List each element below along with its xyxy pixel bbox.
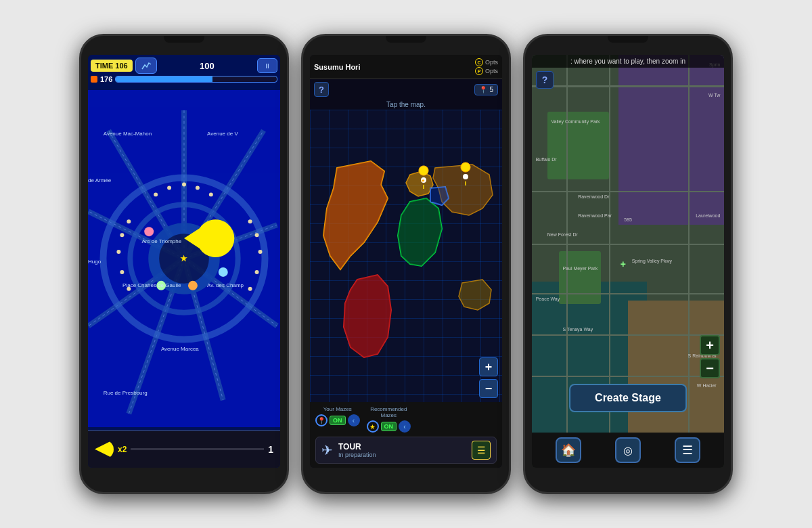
home-button[interactable]: 🏠 — [556, 437, 581, 463]
opts-1: Opts — [485, 59, 498, 66]
map-label-place: Place Charles de Gaulle — [122, 282, 181, 288]
help-button[interactable]: ? — [314, 82, 329, 97]
coin-c-icon: C — [475, 58, 483, 66]
coin-p-icon: P — [475, 67, 483, 75]
svg-point-29 — [255, 270, 259, 274]
game-screen: TIME 106 100 ⏸ 176 — [88, 55, 280, 468]
phone-3: + Sprin W Tw Valley Community Park Buffa… — [523, 34, 733, 494]
label-595: 595 — [624, 217, 632, 222]
menu-icon: ☰ — [682, 443, 693, 458]
paul-meyer-park — [559, 251, 601, 304]
map-label-avenue-v: Avenue de V — [207, 131, 238, 137]
stage-menu-button[interactable]: ☰ — [675, 437, 700, 463]
road-v3 — [688, 55, 690, 433]
pause-button[interactable]: ⏸ — [257, 58, 277, 73]
time-display: TIME 106 — [91, 60, 133, 72]
svg-text:★: ★ — [421, 178, 425, 183]
tour-text: TOUR In preparation — [338, 442, 466, 458]
label-peace-way: Peace Way — [536, 296, 560, 301]
bottom-separator — [131, 448, 264, 450]
label-w-tw: W Tw — [708, 93, 720, 97]
location-marker: + — [621, 259, 626, 269]
suburb-map: + Sprin W Tw Valley Community Park Buffa… — [532, 55, 724, 433]
svg-point-24 — [196, 185, 200, 190]
world-map-header: Susumu Hori C Opts P Opts — [310, 55, 502, 79]
label-laurelwood: Laurelwood — [696, 213, 720, 218]
coin-count: 176 — [100, 75, 112, 83]
svg-point-25 — [209, 192, 213, 196]
svg-point-31 — [127, 219, 131, 223]
pacman-life-icon — [95, 440, 114, 459]
svg-point-36 — [144, 227, 154, 236]
road-v1 — [566, 55, 568, 433]
stage-bottom-bar: 🏠 ◎ ☰ — [532, 433, 724, 468]
pac-button[interactable]: ◎ — [615, 437, 641, 463]
game-hud: TIME 106 100 ⏸ 176 — [88, 55, 280, 83]
recommended-arrow[interactable]: ‹ — [399, 420, 411, 433]
game-map[interactable]: ★ Avenue Mac-Mahon Avenue de V Arc de Tr… — [88, 90, 280, 427]
stage-creator-screen: + Sprin W Tw Valley Community Park Buffa… — [532, 55, 724, 468]
svg-point-23 — [182, 182, 186, 186]
coin-row-2: P Opts — [475, 67, 498, 75]
svg-text:★: ★ — [180, 254, 187, 263]
your-mazes-arrow[interactable]: ‹ — [348, 414, 360, 426]
map-label-marcea: Avenue Marcea — [161, 346, 199, 352]
location-icon: 📍 — [479, 86, 487, 93]
stage-help-button[interactable]: ? — [536, 71, 554, 89]
phone-2: Susumu Hori C Opts P Opts ? 📍 — [301, 34, 511, 494]
your-mazes-icon: 📍 — [315, 414, 328, 426]
your-mazes-toggle[interactable]: ON — [330, 416, 346, 425]
world-map-bottom: Your Mazes 📍 ON ‹ RecommendedMazes — [310, 402, 502, 468]
stage-number: 1 — [268, 444, 273, 455]
svg-point-34 — [120, 270, 124, 274]
label-ravenwood-dr: Ravenwood Dr — [578, 194, 609, 199]
label-spring-valley: Spring Valley Pkwy — [632, 259, 672, 263]
world-map-subheader: ? 📍 5 — [310, 79, 502, 100]
recommended-toggle[interactable]: ON — [381, 422, 397, 431]
stage-zoom-in[interactable]: + — [700, 335, 720, 355]
svg-point-28 — [258, 250, 263, 254]
road-h2 — [532, 191, 724, 192]
pac-icon: ◎ — [623, 444, 633, 457]
label-valley-park: Valley Community Park — [551, 119, 600, 124]
road-h4 — [532, 293, 724, 294]
svg-point-30 — [248, 287, 252, 291]
svg-point-37 — [219, 267, 228, 277]
coin-icon — [91, 76, 97, 83]
map-label-avenue-mac-mahon: Avenue Mac-Mahon — [104, 131, 152, 137]
coin-group: C Opts P Opts — [475, 58, 498, 75]
phone-notch-2 — [386, 36, 426, 43]
world-map-area[interactable]: ★ + − — [310, 110, 502, 402]
road-h1 — [532, 85, 724, 87]
label-hacier: W Hacier — [697, 383, 717, 388]
score-icon — [135, 58, 157, 74]
svg-point-26 — [248, 219, 252, 223]
username-display: Susumu Hori — [314, 63, 472, 71]
tour-title: TOUR — [338, 442, 466, 452]
label-tenaya: S Tenaya Way — [562, 327, 593, 332]
stage-zoom-out[interactable]: − — [700, 358, 720, 378]
stage-map-area[interactable]: + Sprin W Tw Valley Community Park Buffa… — [532, 55, 724, 433]
map-label-champ: Av. des Champ — [207, 282, 244, 288]
recommended-label: RecommendedMazes — [370, 406, 407, 418]
label-paul-meyer: Paul Meyer Park — [562, 266, 597, 271]
game-bottom-bar: x2 1 — [88, 430, 280, 468]
svg-point-44 — [463, 174, 468, 179]
home-icon: 🏠 — [561, 443, 576, 458]
phone-1: TIME 106 100 ⏸ 176 — [79, 34, 289, 494]
map-label-armee: de Armée — [88, 177, 111, 183]
recommended-icon: ★ — [367, 420, 379, 433]
phone-notch-3 — [608, 36, 648, 43]
your-mazes-label: Your Mazes — [323, 406, 352, 412]
hint-text: : where you want to play, then zoom in — [532, 55, 724, 68]
svg-point-21 — [154, 192, 158, 196]
location-button[interactable]: 📍 5 — [474, 84, 498, 95]
phone-notch-1 — [164, 36, 204, 43]
road-h5 — [532, 334, 724, 336]
lives-count: x2 — [118, 445, 127, 454]
map-label-hugo: Hugo — [88, 259, 101, 265]
energy-bar-fill — [116, 76, 212, 82]
menu-button[interactable]: ☰ — [472, 441, 491, 460]
svg-point-22 — [167, 185, 171, 190]
create-stage-button[interactable]: Create Stage — [569, 384, 687, 412]
